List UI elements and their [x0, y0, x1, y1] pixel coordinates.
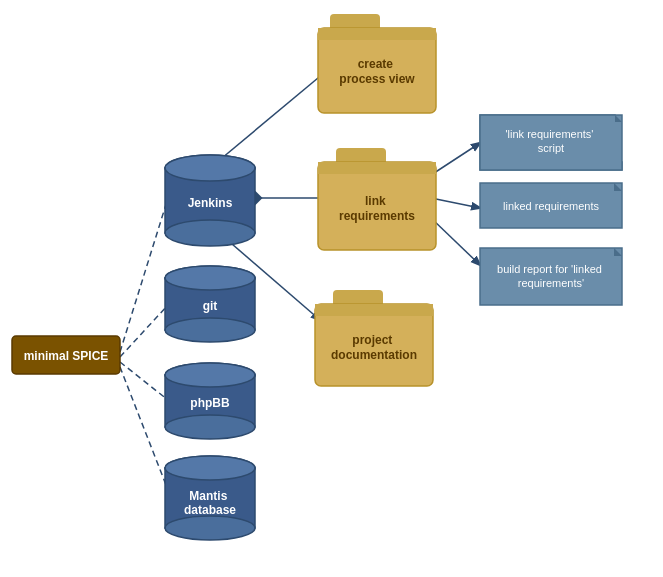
phpbb-node: phpBB [165, 363, 255, 439]
svg-line-5 [431, 218, 480, 265]
linked-requirements-label: linked requirements [503, 200, 599, 212]
diagram: create process view link requirements pr… [0, 0, 663, 577]
svg-line-4 [431, 198, 480, 208]
svg-rect-18 [315, 304, 433, 316]
minimal-spice-node: minimal SPICE [12, 336, 120, 374]
git-node: git [165, 266, 255, 342]
svg-point-25 [165, 318, 255, 342]
link-req-script-node: 'link requirements' script [480, 115, 622, 170]
project-documentation-node: project documentation [315, 290, 433, 386]
svg-point-33 [165, 516, 255, 540]
jenkins-node: Jenkins [165, 155, 255, 246]
svg-point-30 [165, 363, 255, 387]
svg-point-29 [165, 415, 255, 439]
mantis-node: Mantis database [165, 456, 255, 540]
linked-requirements-node: linked requirements [480, 183, 622, 228]
svg-line-6 [120, 198, 168, 352]
svg-line-3 [431, 143, 480, 175]
svg-point-22 [165, 155, 255, 181]
link-requirements-node: link requirements [318, 148, 436, 250]
phpbb-label: phpBB [190, 396, 230, 410]
svg-point-34 [165, 456, 255, 480]
svg-line-8 [120, 362, 168, 400]
svg-point-26 [165, 266, 255, 290]
create-process-view-node: create process view [318, 14, 436, 113]
svg-rect-15 [318, 162, 436, 174]
build-report-node: build report for 'linked requirements' [480, 248, 622, 305]
mantis-label: Mantis database [184, 489, 236, 517]
svg-point-21 [165, 220, 255, 246]
minimal-spice-label: minimal SPICE [24, 349, 109, 363]
jenkins-label: Jenkins [188, 196, 233, 210]
svg-line-9 [120, 367, 168, 490]
svg-rect-12 [318, 28, 436, 40]
git-label: git [203, 299, 218, 313]
svg-line-0 [210, 68, 330, 168]
